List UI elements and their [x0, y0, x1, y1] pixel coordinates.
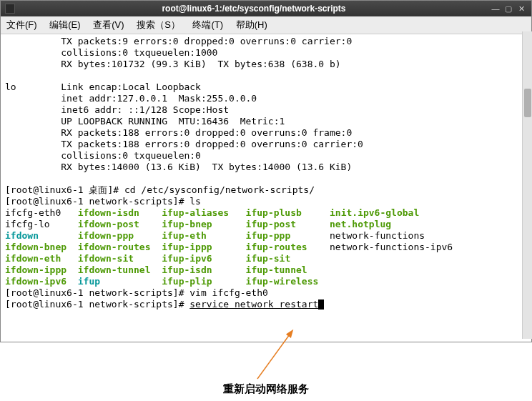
menu-file[interactable]: 文件(F) [6, 19, 37, 30]
ls-entry: ifup-isdn [162, 264, 212, 275]
output-line: UP LOOPBACK RUNNING MTU:16436 Metric:1 [5, 116, 285, 127]
scrollbar[interactable] [522, 31, 532, 339]
ls-entry: ifdown-ppp [78, 230, 134, 241]
app-icon [5, 4, 15, 14]
prompt: [root@linux6-1 network-scripts]# [5, 196, 189, 207]
ls-entry: ifup-tunnel [246, 264, 307, 275]
ls-entry: ifdown-routes [78, 242, 151, 252]
ls-entry: ifdown-bnep [5, 242, 66, 252]
output-line: RX packets:188 errors:0 dropped:0 overru… [5, 127, 352, 138]
ls-entry: ifup-bnep [162, 219, 212, 229]
ls-entry: ifup-ipv6 [162, 253, 212, 264]
ls-entry: ifup-plusb [246, 207, 302, 218]
terminal-output[interactable]: TX packets:9 errors:0 dropped:0 overruns… [1, 34, 531, 342]
terminal-window: root@linux6-1:/etc/sysconfig/network-scr… [0, 0, 532, 342]
ls-entry: ifdown-post [78, 219, 139, 229]
menu-edit[interactable]: 编辑(E) [49, 19, 80, 30]
output-line: collisions:0 txqueuelen:1000 [5, 47, 217, 58]
titlebar[interactable]: root@linux6-1:/etc/sysconfig/network-scr… [1, 1, 531, 16]
output-line: collisions:0 txqueuelen:0 [5, 150, 201, 161]
output-line: RX bytes:101732 (99.3 KiB) TX bytes:638 … [5, 59, 341, 69]
command: vim ifcfg-eth0 [189, 287, 268, 298]
ls-entry: ifup-post [246, 219, 296, 229]
output-line: inet6 addr: ::1/128 Scope:Host [5, 104, 229, 115]
ls-entry: ifdown-ippp [5, 264, 66, 275]
ls-entry: ifup-aliases [162, 207, 229, 218]
scroll-thumb[interactable] [524, 89, 531, 117]
output-line: TX packets:9 errors:0 dropped:0 overruns… [5, 36, 352, 46]
prompt: [root@linux6-1 桌面]# [5, 184, 124, 195]
ls-entry: ifup [78, 276, 100, 287]
annotation-arrow-icon [215, 329, 300, 382]
menubar: 文件(F) 编辑(E) 查看(V) 搜索（S） 终端(T) 帮助(H) [1, 16, 531, 34]
close-button[interactable]: ✕ [516, 4, 527, 14]
annotation-caption: 重新启动网络服务 [223, 383, 309, 395]
output-line: TX packets:188 errors:0 dropped:0 overru… [5, 139, 363, 149]
ls-entry: network-functions [330, 230, 425, 241]
output-line: inet addr:127.0.0.1 Mask:255.0.0.0 [5, 93, 257, 104]
ls-entry: ifdown-isdn [78, 207, 139, 218]
ls-entry: ifup-plip [162, 276, 212, 287]
prompt: [root@linux6-1 network-scripts]# [5, 299, 189, 310]
menu-terminal[interactable]: 终端(T) [192, 19, 223, 30]
ls-entry: init.ipv6-global [330, 207, 419, 218]
maximize-button[interactable]: ▢ [503, 4, 514, 14]
ls-entry: ifup-ppp [246, 230, 291, 241]
ls-entry: ifup-eth [162, 230, 207, 241]
ls-entry: ifdown [5, 230, 39, 241]
ls-entry: network-functions-ipv6 [330, 242, 453, 252]
command: ls [189, 196, 201, 207]
command-highlight: service network restart [189, 299, 318, 310]
ls-entry: ifdown-tunnel [78, 264, 151, 275]
menu-search[interactable]: 搜索（S） [137, 19, 180, 30]
ls-entry: ifup-wireless [246, 276, 319, 287]
ls-entry: ifcfg-eth0 [5, 207, 61, 218]
output-line: lo Link encap:Local Loopback [5, 81, 201, 92]
ls-entry: ifcfg-lo [5, 219, 50, 229]
window-title: root@linux6-1:/etc/sysconfig/network-scr… [19, 4, 488, 14]
prompt: [root@linux6-1 network-scripts]# [5, 287, 189, 298]
minimize-button[interactable]: — [490, 4, 501, 14]
cursor-icon [318, 299, 324, 310]
ls-entry: ifdown-sit [78, 253, 134, 264]
output-line: RX bytes:14000 (13.6 KiB) TX bytes:14000… [5, 162, 352, 172]
ls-entry: ifdown-ipv6 [5, 276, 66, 287]
annotation: 重新启动网络服务 [0, 382, 532, 396]
ls-entry: ifup-routes [246, 242, 307, 252]
menu-help[interactable]: 帮助(H) [236, 19, 267, 30]
ls-entry: ifup-ippp [162, 242, 212, 252]
menu-view[interactable]: 查看(V) [93, 19, 124, 30]
ls-entry: ifup-sit [246, 253, 291, 264]
ls-entry: ifdown-eth [5, 253, 61, 264]
command: cd /etc/sysconfig/network-scripts/ [124, 184, 315, 195]
ls-entry: net.hotplug [330, 219, 391, 229]
svg-line-0 [257, 335, 290, 379]
